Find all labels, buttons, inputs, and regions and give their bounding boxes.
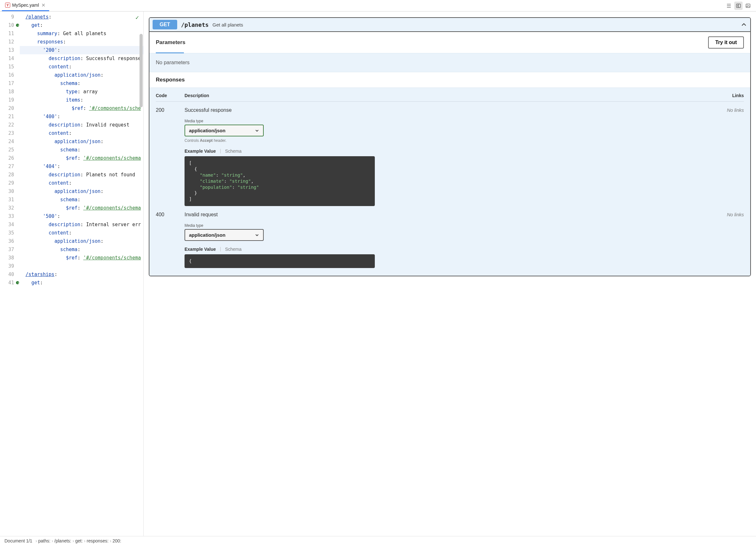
preview-pane: GET /planets Get all planets Parameters … — [144, 11, 756, 536]
code-line[interactable]: $ref: '#/components/sche — [20, 104, 143, 112]
media-type-label: Media type — [185, 119, 718, 123]
schema-tab[interactable]: Schema — [225, 246, 241, 252]
schema-tab[interactable]: Schema — [225, 148, 241, 154]
parameters-title: Parameters — [156, 39, 185, 46]
col-description: Description — [185, 93, 718, 98]
status-bar: Document 1/1 › paths: › /planets: › get:… — [0, 536, 756, 545]
response-links: No links — [718, 212, 744, 268]
breadcrumb-item[interactable]: 200: — [112, 538, 121, 543]
code-line[interactable] — [20, 262, 143, 270]
operation-header[interactable]: GET /planets Get all planets — [149, 18, 750, 32]
code-line[interactable]: description: Successful response — [20, 54, 143, 63]
breadcrumb-item[interactable]: paths: — [38, 538, 50, 543]
response-description: Invalid request — [185, 212, 718, 217]
close-tab-icon[interactable] — [41, 3, 46, 8]
code-line[interactable]: /starships: — [20, 270, 143, 279]
code-line[interactable]: description: Internal server err — [20, 220, 143, 229]
code-line[interactable]: get: — [20, 21, 143, 29]
gutter-line: 37 — [0, 245, 20, 253]
gutter-line: 27 — [0, 162, 20, 170]
col-links: Links — [718, 93, 744, 98]
code-line[interactable]: content: — [20, 229, 143, 237]
code-line[interactable]: /planets: — [20, 13, 143, 21]
code-line[interactable]: description: Invalid request — [20, 121, 143, 129]
try-it-out-button[interactable]: Try it out — [708, 36, 744, 49]
code-line[interactable]: schema: — [20, 195, 143, 204]
code-line[interactable]: $ref: '#/components/schema — [20, 154, 143, 162]
code-line[interactable]: application/json: — [20, 187, 143, 195]
file-tab[interactable]: Y MySpec.yaml — [2, 0, 49, 11]
breadcrumb-item[interactable]: get: — [75, 538, 83, 543]
example-code-block: { — [185, 254, 375, 268]
response-links: No links — [718, 107, 744, 206]
tab-bar: Y MySpec.yaml — [0, 0, 756, 11]
gutter-line: 29 — [0, 179, 20, 187]
yaml-file-icon: Y — [5, 3, 10, 8]
gutter-line: 33 — [0, 212, 20, 220]
gutter-line: 30 — [0, 187, 20, 195]
code-line[interactable]: application/json: — [20, 71, 143, 79]
code-line[interactable]: schema: — [20, 79, 143, 87]
code-line[interactable]: summary: Get all planets — [20, 29, 143, 38]
responses-header-row: Code Description Links — [156, 93, 744, 102]
code-line[interactable]: '500': — [20, 212, 143, 220]
code-line[interactable]: schema: — [20, 245, 143, 253]
code-area[interactable]: ✓ /planets: get: summary: Get all planet… — [20, 11, 143, 536]
gutter-line: 31 — [0, 195, 20, 204]
media-type-label: Media type — [185, 223, 718, 228]
code-line[interactable]: '200': — [20, 46, 143, 54]
breadcrumb-item[interactable]: responses: — [87, 538, 109, 543]
gutter-line: 40 — [0, 270, 20, 279]
code-line[interactable]: description: Planets not found — [20, 170, 143, 179]
example-schema-tabs: Example ValueSchema — [185, 148, 718, 154]
code-line[interactable]: schema: — [20, 146, 143, 154]
code-line[interactable]: get: — [20, 279, 143, 287]
code-line[interactable]: content: — [20, 179, 143, 187]
code-line[interactable]: $ref: '#/components/schema — [20, 253, 143, 262]
code-line[interactable]: content: — [20, 63, 143, 71]
gutter-line: 14 — [0, 54, 20, 63]
gutter-line: 28 — [0, 170, 20, 179]
code-line[interactable]: application/json: — [20, 137, 143, 146]
syntax-ok-icon: ✓ — [135, 14, 139, 21]
editor-view-toolbar — [725, 2, 754, 10]
code-line[interactable]: application/json: — [20, 237, 143, 245]
split-view-icon[interactable] — [734, 2, 743, 10]
col-code: Code — [156, 93, 185, 98]
gutter-line: 39 — [0, 262, 20, 270]
media-type-select[interactable]: application/json — [185, 125, 264, 136]
gutter-line: 10 — [0, 21, 20, 29]
code-line[interactable]: $ref: '#/components/schema — [20, 204, 143, 212]
example-value-tab[interactable]: Example Value — [185, 246, 216, 252]
collapse-icon[interactable] — [741, 21, 747, 28]
no-parameters-text: No parameters — [149, 53, 750, 72]
gutter-line: 34 — [0, 220, 20, 229]
operation-path: /planets — [181, 21, 209, 28]
gutter-line: 12 — [0, 38, 20, 46]
list-view-icon[interactable] — [725, 2, 733, 10]
editor-scrollbar[interactable] — [140, 34, 143, 107]
breadcrumb-item[interactable]: /planets: — [54, 538, 71, 543]
responses-title: Responses — [149, 72, 750, 88]
code-line[interactable]: responses: — [20, 38, 143, 46]
gutter-line: 21 — [0, 112, 20, 121]
code-line[interactable]: type: array — [20, 87, 143, 96]
code-line[interactable]: '400': — [20, 112, 143, 121]
code-line[interactable]: content: — [20, 129, 143, 137]
example-code-block: [ { "name": "string", "climate": "string… — [185, 156, 375, 206]
operation-panel: GET /planets Get all planets Parameters … — [149, 17, 751, 276]
code-line[interactable]: '404': — [20, 162, 143, 170]
document-counter: Document 1/1 — [4, 538, 32, 543]
image-preview-icon[interactable] — [744, 2, 752, 10]
media-type-select[interactable]: application/json — [185, 229, 264, 241]
gutter-line: 20 — [0, 104, 20, 112]
code-line[interactable]: items: — [20, 96, 143, 104]
gutter-line: 32 — [0, 204, 20, 212]
tab-group: Y MySpec.yaml — [2, 0, 49, 11]
main-split: 9101112131415161718192021222324252627282… — [0, 11, 756, 536]
gutter-line: 41 — [0, 279, 20, 287]
gutter-line: 16 — [0, 71, 20, 79]
example-value-tab[interactable]: Example Value — [185, 148, 216, 154]
operation-summary: Get all planets — [213, 22, 243, 27]
response-code: 200 — [156, 107, 185, 206]
